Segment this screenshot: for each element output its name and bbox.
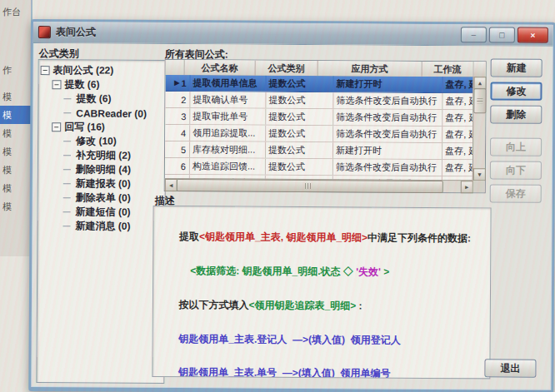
tree-expander-icon[interactable] [63, 150, 74, 161]
table-row[interactable]: ▶1 提取领用单信息 提数公式 新建打开时 盘存, 延期投... [165, 75, 473, 93]
column-header-mode[interactable]: 应用方式 [318, 61, 422, 77]
cell-apply-mode: 新建打开时 [333, 76, 442, 92]
cell-workflow: 盘存, 延期投... [442, 143, 473, 159]
cell-apply-mode: 筛选条件改变后自动执行 [333, 159, 442, 176]
action-button[interactable]: 删除 [490, 105, 542, 123]
description-segment: 中满足下列条件的数据: [368, 232, 471, 245]
tree-item[interactable]: 删除明细 (4) [40, 162, 163, 177]
description-box: 提取<钥匙领用单_主表, 钥匙领用单_明细>中满足下列条件的数据: <数据筛选:… [152, 206, 491, 379]
tree-item-label: 新建报表 (0) [76, 176, 131, 191]
tree-expander-icon[interactable] [62, 221, 73, 231]
tree-item-label: 删除表单 (0) [76, 191, 131, 205]
action-button[interactable]: 向上 [490, 137, 542, 156]
scroll-right-icon[interactable]: ► [461, 181, 473, 193]
scroll-up-icon[interactable]: ▲ [473, 77, 486, 89]
action-buttons: 新建修改删除向上向下保存 [490, 58, 542, 207]
row-selector-icon: ▶ [174, 79, 179, 87]
tree-item[interactable]: 删除表单 (0) [40, 191, 163, 206]
tree-expander-icon[interactable] [52, 122, 61, 131]
column-header-name[interactable]: 公式名称 [185, 60, 256, 76]
tree-item[interactable]: CABReader (0) [40, 106, 163, 121]
vertical-scroll-thumb[interactable] [473, 88, 486, 113]
cell-formula-category: 提数公式 [266, 92, 333, 108]
description-segment: 按以下方式填入 [179, 299, 249, 311]
row-number-cell: 3 [165, 108, 190, 124]
maximize-button[interactable]: □ [489, 27, 515, 42]
tree-expander-icon[interactable] [63, 164, 74, 175]
cell-workflow: 盘存, 延期投... [442, 127, 473, 142]
table-row[interactable]: 2 提取确认单号 提数公式 筛选条件改变后自动执行 盘存, 延期投... [165, 92, 473, 110]
tree-item-label: 提数 (6) [64, 77, 99, 92]
description-segment: 钥匙领用单_主表.登记人 —>(填入值) 领用登记人 [178, 333, 400, 346]
vertical-scrollbar[interactable]: ▲ ▼ [472, 77, 486, 181]
dialog-title: 表间公式 [56, 25, 96, 39]
formula-dialog: 表间公式 – □ × 公式类别 表间公式 (22) 提数 (6) 提数 (6) [28, 19, 555, 392]
tree-expander-icon[interactable] [63, 206, 74, 217]
cell-apply-mode: 筛选条件改变后自动执行 [333, 92, 442, 109]
table-header-corner [474, 62, 486, 77]
tree-expander-icon[interactable] [63, 178, 74, 189]
tree-item-label: 新建消息 (0) [75, 219, 130, 233]
dialog-client-area: 公式类别 表间公式 (22) 提数 (6) 提数 (6) CABReader (… [31, 42, 553, 390]
column-header-category[interactable]: 公式类别 [256, 61, 318, 76]
tree-item[interactable]: 修改 (10) [40, 134, 163, 149]
tree-item[interactable]: 表间公式 (22) [41, 63, 164, 78]
background-list-item: 模 [0, 87, 31, 106]
tree-expander-icon[interactable] [41, 66, 50, 75]
tree-item-label: 补充明细 (2) [76, 148, 131, 162]
description-segment: <领用钥匙追踪表_明细> [249, 299, 357, 311]
close-button[interactable]: × [518, 27, 548, 43]
action-button[interactable]: 保存 [490, 184, 542, 202]
description-line: 提取<钥匙领用单_主表, 钥匙领用单_明细>中满足下列条件的数据: [157, 209, 487, 245]
row-number-cell: ▶1 [165, 75, 190, 91]
description-segment: '失效' [356, 265, 381, 277]
description-segment: <数据筛选: 钥匙领用单_明细.状态 ◇ [179, 265, 356, 277]
action-button[interactable]: 修改 [490, 82, 542, 100]
cell-formula-category: 提数公式 [266, 76, 333, 92]
cell-workflow: 盘存, 延期投... [442, 93, 473, 109]
description-segment: 提取 [179, 231, 199, 242]
tree-item-label: 提数 (6) [76, 92, 111, 106]
cell-formula-name: 构造追踪回馈... [190, 158, 266, 175]
scrollbar-corner [473, 181, 485, 192]
background-list-item: 模 [0, 124, 31, 142]
column-header-workflow[interactable]: 工作流 [422, 62, 474, 77]
tree-item[interactable]: 新建报表 (0) [40, 176, 163, 191]
tree-item[interactable]: 提数 (6) [40, 92, 163, 107]
tree-item-label: 删除明细 (4) [76, 162, 131, 176]
tree-item[interactable]: 提数 (6) [40, 77, 163, 92]
exit-button[interactable]: 退出 [484, 359, 536, 377]
cell-apply-mode: 筛选条件改变后自动执行 [333, 109, 442, 126]
horizontal-scroll-thumb[interactable] [177, 179, 443, 193]
cell-formula-name: 领用追踪提取... [190, 125, 266, 141]
cell-formula-name: 提取领用单信息 [190, 75, 266, 92]
action-button[interactable]: 向下 [490, 161, 542, 179]
table-row[interactable]: 3 提取审批单号 提数公式 筛选条件改变后自动执行 盘存, 延期投... [165, 108, 473, 127]
tree-item[interactable]: 新建短信 (0) [40, 205, 163, 220]
table-row[interactable]: 5 库存核对明细... 提数公式 新建打开时 盘存, 延期投... [165, 141, 473, 160]
table-row[interactable]: 4 领用追踪提取... 提数公式 筛选条件改变后自动执行 盘存, 延期投... [165, 125, 473, 143]
description-segment: <钥匙领用单_主表, 钥匙领用单_明细> [199, 231, 368, 243]
tree-item[interactable]: 新建消息 (0) [39, 219, 162, 234]
tree-item[interactable]: 回写 (16) [40, 120, 163, 135]
horizontal-scrollbar[interactable]: ◄ ► [165, 178, 473, 192]
table-row[interactable]: 6 构造追踪回馈... 提数公式 筛选条件改变后自动执行 盘存, 延期投... [165, 158, 473, 176]
minimize-button[interactable]: – [461, 27, 487, 42]
scroll-left-icon[interactable]: ◄ [165, 179, 178, 191]
tree-expander-icon[interactable] [63, 107, 74, 118]
background-window: 作台 作 模 模 模 模 模 模 模 [0, 0, 32, 256]
action-button[interactable]: 新建 [491, 58, 542, 77]
description-line: 钥匙领用单_主表.登记人 —>(填入值) 领用登记人 [157, 310, 487, 346]
formula-table: 公式名称 公式类别 应用方式 工作流 ▶1 提取领用单信息 提数公式 新建打开时… [164, 59, 487, 193]
tree-expander-icon[interactable] [63, 136, 74, 146]
tree-item-label: 回写 (16) [64, 120, 105, 134]
cell-formula-category: 提数公式 [266, 159, 333, 175]
tree-item[interactable]: 补充明细 (2) [40, 148, 163, 163]
tree-expander-icon[interactable] [63, 192, 74, 203]
row-number-cell: 5 [165, 141, 190, 157]
tree-expander-icon[interactable] [63, 93, 74, 104]
cell-formula-category: 提数公式 [266, 142, 333, 158]
tree-expander-icon[interactable] [52, 80, 61, 89]
scroll-down-icon[interactable]: ▼ [473, 168, 486, 181]
tree-item-label: 新建短信 (0) [76, 205, 131, 219]
